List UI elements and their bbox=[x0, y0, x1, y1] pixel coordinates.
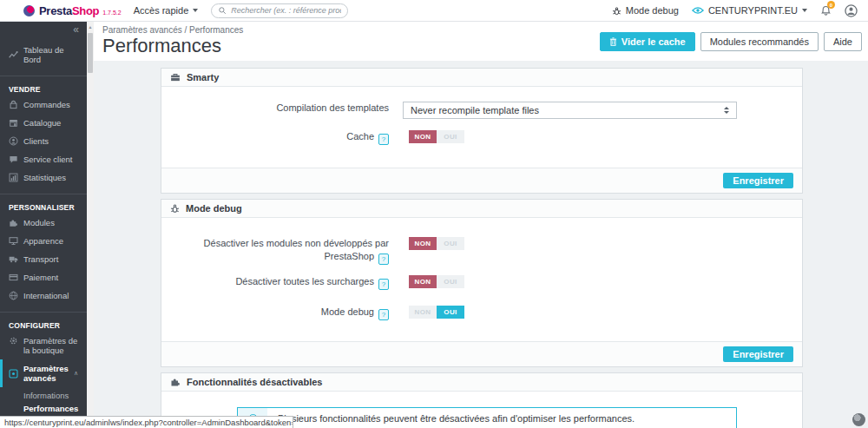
sidebar-collapse-button[interactable]: « bbox=[0, 22, 87, 36]
smarty-panel: Smarty Compilation des templates Never r… bbox=[161, 68, 803, 194]
prestashop-logo[interactable]: Presta Shop 1.7.5.2 bbox=[23, 4, 122, 17]
section-title-configurer: CONFIGURER bbox=[0, 319, 87, 332]
gear-icon bbox=[9, 336, 18, 346]
person-icon bbox=[9, 136, 18, 146]
sidebar-item-transport[interactable]: Transport bbox=[0, 250, 87, 268]
sidebar-item-label: Tableau de Bord bbox=[23, 45, 78, 64]
select-arrows-icon bbox=[724, 107, 729, 114]
sidebar-item-commandes[interactable]: Commandes bbox=[0, 95, 87, 114]
sidebar-item-label: Paramètres avancés bbox=[23, 364, 69, 383]
sidebar-item-label: International bbox=[23, 291, 69, 300]
toggle-non[interactable]: NON bbox=[409, 130, 437, 143]
submenu-item-performances[interactable]: Performances bbox=[23, 403, 87, 417]
toggle-non[interactable]: NON bbox=[409, 306, 437, 319]
sidebar-item-label: Catalogue bbox=[23, 118, 61, 128]
truck-icon bbox=[9, 254, 18, 264]
sidebar-item-international[interactable]: International bbox=[0, 286, 87, 305]
toggle-oui[interactable]: OUI bbox=[437, 306, 464, 319]
search-field[interactable] bbox=[211, 3, 348, 18]
cache-row: Cache? NON OUI bbox=[161, 130, 802, 145]
sidebar-item-label: Paiement bbox=[23, 273, 58, 282]
sidebar-item-label: Modules bbox=[23, 218, 55, 227]
toggle-non[interactable]: NON bbox=[409, 275, 437, 288]
account-button[interactable] bbox=[845, 4, 858, 17]
non-native-modules-toggle[interactable]: NON OUI bbox=[409, 237, 464, 250]
page-header: Paramètres avancés / Performances Perfor… bbox=[94, 22, 868, 61]
cache-toggle[interactable]: NON OUI bbox=[409, 130, 464, 143]
help-icon[interactable]: ? bbox=[378, 309, 389, 320]
overrides-label: Désactiver toutes les surcharges? bbox=[161, 275, 389, 290]
user-icon bbox=[845, 4, 858, 17]
sidebar-item-modules[interactable]: Modules bbox=[0, 214, 87, 232]
header-actions: Vider le cache Modules recommandés Aide bbox=[600, 32, 862, 51]
sidebar-item-apparence[interactable]: Apparence bbox=[0, 232, 87, 250]
smarty-panel-footer: Enregistrer bbox=[161, 168, 802, 193]
chart-line-icon bbox=[9, 50, 18, 60]
help-icon[interactable]: ? bbox=[378, 134, 389, 145]
help-icon[interactable]: ? bbox=[378, 279, 389, 290]
smarty-panel-header: Smarty bbox=[161, 69, 802, 87]
divider bbox=[0, 76, 87, 76]
sidebar-item-parametres-boutique[interactable]: Paramètres de la boutique bbox=[0, 332, 87, 359]
quick-access-dropdown[interactable]: Accès rapide bbox=[134, 5, 199, 16]
clear-cache-button[interactable]: Vider le cache bbox=[600, 32, 695, 51]
submenu-item-informations[interactable]: Informations bbox=[23, 389, 87, 403]
sidebar-item-paiement[interactable]: Paiement bbox=[0, 268, 87, 286]
toggle-oui[interactable]: OUI bbox=[437, 130, 464, 143]
debug-mode-indicator[interactable]: Mode debug bbox=[612, 5, 679, 16]
recommended-modules-label: Modules recommandés bbox=[710, 36, 809, 47]
sidebar-item-catalogue[interactable]: Catalogue bbox=[0, 114, 87, 132]
toggle-non[interactable]: NON bbox=[409, 237, 437, 250]
page-body: Smarty Compilation des templates Never r… bbox=[94, 61, 868, 428]
notification-badge: 0 bbox=[827, 1, 835, 9]
recommended-modules-button[interactable]: Modules recommandés bbox=[700, 32, 819, 51]
sidebar-item-dashboard[interactable]: Tableau de Bord bbox=[0, 41, 87, 69]
help-icon[interactable]: ? bbox=[378, 254, 389, 265]
quick-access-label: Accès rapide bbox=[134, 5, 189, 16]
sidebar-item-label: Paramètres de la boutique bbox=[23, 336, 78, 355]
sidebar-item-statistiques[interactable]: Statistiques bbox=[0, 168, 87, 187]
debug-mode-label: Mode debug? bbox=[161, 306, 389, 320]
shopping-bag-icon bbox=[9, 100, 18, 109]
section-title-personnaliser: PERSONNALISER bbox=[0, 201, 87, 214]
prestashop-logo-icon bbox=[23, 5, 35, 16]
features-panel-title: Fonctionnalités désactivables bbox=[187, 377, 323, 387]
template-compilation-select[interactable]: Never recompile template files bbox=[403, 102, 737, 119]
monitor-icon bbox=[9, 236, 18, 246]
save-button[interactable]: Enregistrer bbox=[723, 346, 793, 362]
sidebar-item-parametres-avances[interactable]: Paramètres avancés ∧ bbox=[0, 359, 87, 387]
save-button[interactable]: Enregistrer bbox=[723, 173, 793, 188]
version-label: 1.7.5.2 bbox=[102, 10, 121, 16]
sidebar-scrollbar[interactable]: ▲ bbox=[87, 22, 94, 428]
scroll-up-icon[interactable]: ▲ bbox=[87, 22, 94, 32]
sidebar-item-label: Statistiques bbox=[23, 173, 66, 182]
divider bbox=[0, 194, 87, 194]
overrides-toggle[interactable]: NON OUI bbox=[409, 275, 464, 288]
topbar-right: Mode debug CENTURYPRINT.EU 0 bbox=[612, 4, 858, 17]
help-button[interactable]: Aide bbox=[824, 32, 862, 51]
bug-icon bbox=[170, 203, 180, 214]
toggle-oui[interactable]: OUI bbox=[437, 237, 464, 250]
cache-label: Cache? bbox=[161, 130, 389, 145]
puzzle-icon bbox=[9, 218, 18, 227]
debug-panel-footer: Enregistrer bbox=[161, 341, 802, 366]
overrides-row: Désactiver toutes les surcharges? NON OU… bbox=[161, 275, 802, 290]
section-title-vendre: VENDRE bbox=[0, 83, 87, 95]
sidebar-item-clients[interactable]: Clients bbox=[0, 132, 87, 150]
scrollbar-thumb[interactable] bbox=[88, 33, 93, 73]
debug-mode-toggle[interactable]: NON OUI bbox=[409, 306, 464, 319]
toggle-oui[interactable]: OUI bbox=[437, 275, 464, 288]
breadcrumb: Paramètres avancés / Performances bbox=[102, 25, 243, 35]
brand-shop: Shop bbox=[72, 4, 99, 17]
shop-switcher[interactable]: CENTURYPRINT.EU bbox=[692, 5, 807, 16]
sidebar-item-label: Commandes bbox=[23, 100, 70, 109]
briefcase-icon bbox=[170, 72, 181, 82]
divider bbox=[0, 312, 87, 313]
sidebar-item-service-client[interactable]: Service client bbox=[0, 150, 87, 168]
chat-widget-icon[interactable] bbox=[852, 413, 865, 426]
search-input[interactable] bbox=[231, 6, 341, 15]
main-content: Paramètres avancés / Performances Perfor… bbox=[94, 22, 868, 428]
debug-mode-row: Mode debug? NON OUI bbox=[161, 306, 802, 320]
notifications-button[interactable]: 0 bbox=[820, 4, 832, 16]
template-compilation-label: Compilation des templates bbox=[161, 102, 389, 115]
